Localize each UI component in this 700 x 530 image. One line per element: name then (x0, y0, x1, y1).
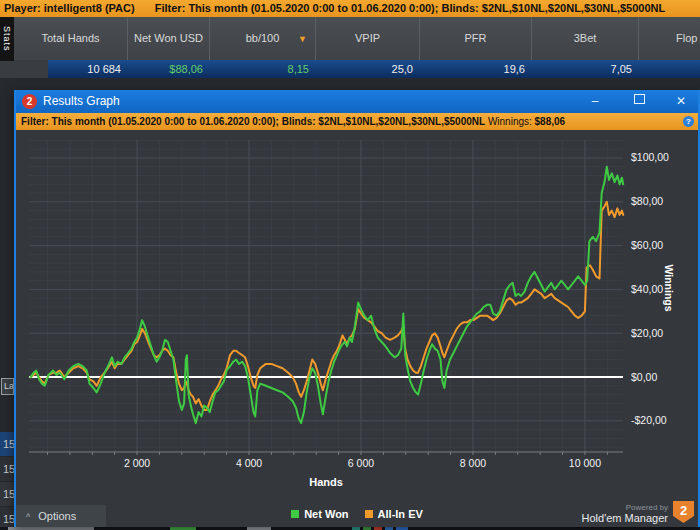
svg-text:10 000: 10 000 (569, 457, 601, 469)
stats-column-headers: Total HandsNet Won USDbb/100▼VPIPPFR3Bet… (0, 17, 700, 60)
svg-text:2 000: 2 000 (124, 457, 150, 469)
svg-text:$0,00: $0,00 (631, 371, 657, 383)
player-filter-bar: Player: intelligent8 (PAC) Filter: This … (0, 0, 700, 17)
column-header-3bet[interactable]: 3Bet (532, 17, 639, 60)
options-label: Options (38, 510, 76, 522)
stat-value: 7,05 (532, 60, 639, 78)
stats-values-row[interactable]: 10 684$88,068,1525,019,67,05 (0, 60, 700, 78)
column-header-vpip[interactable]: VPIP (316, 17, 420, 60)
svg-text:4 000: 4 000 (236, 457, 262, 469)
svg-text:-$20,00: -$20,00 (631, 414, 667, 426)
last-column-header-clipped: Las (1, 378, 14, 395)
svg-text:6 000: 6 000 (348, 457, 374, 469)
maximize-icon (634, 94, 645, 104)
column-header-net-won-usd[interactable]: Net Won USD (128, 17, 210, 60)
stat-value: 25,0 (316, 60, 420, 78)
svg-text:8 000: 8 000 (460, 457, 486, 469)
legend-swatch (365, 510, 373, 518)
filter-label: Filter: (155, 2, 186, 14)
graph-filter-text: This month (01.05.2020 0:00 to 01.06.202… (52, 116, 486, 127)
winnings-value: $88,06 (535, 116, 566, 127)
stat-value: 19,6 (420, 60, 532, 78)
series-net-won (31, 167, 624, 423)
column-header-total-hands[interactable]: Total Hands (14, 17, 128, 60)
column-header-bb-100[interactable]: bb/100▼ (210, 17, 316, 60)
svg-text:$100,00: $100,00 (631, 151, 669, 163)
clipped-table-row-value: 15 (0, 482, 14, 506)
svg-text:$60,00: $60,00 (631, 239, 663, 251)
close-icon: ✕ (676, 94, 686, 108)
legend-item-net-won: Net Won (291, 508, 348, 520)
player-label: Player: (4, 2, 41, 14)
stat-value: 8,15 (210, 60, 316, 78)
legend-item-all-in-ev: All-In EV (365, 508, 423, 520)
svg-text:Winnings: Winnings (663, 264, 675, 311)
svg-text:Hands: Hands (309, 476, 343, 488)
results-graph-window: 2 Results Graph – ✕ Filter: This month (… (14, 90, 700, 527)
svg-text:$80,00: $80,00 (631, 195, 663, 207)
collapse-caret-icon: ^ (26, 506, 30, 528)
winnings-label: Winnings: (488, 116, 532, 127)
sort-arrow-icon: ▼ (298, 33, 307, 46)
svg-text:$40,00: $40,00 (631, 283, 663, 295)
filter-text: This month (01.05.2020 0:00 to 01.06.202… (188, 2, 665, 14)
options-button[interactable]: ^Options (16, 505, 106, 527)
graph-filter-bar: Filter: This month (01.05.2020 0:00 to 0… (16, 113, 698, 130)
column-header-pfr[interactable]: PFR (420, 17, 532, 60)
stat-value: $88,06 (128, 60, 210, 78)
maximize-button[interactable] (624, 90, 654, 113)
player-name: intelligent8 (PAC) (44, 2, 135, 14)
screen: { "colors": { "accent_orange": "#f0a028"… (0, 0, 700, 530)
series-all-in-ev (31, 202, 624, 410)
close-button[interactable]: ✕ (666, 90, 696, 113)
help-icon[interactable]: ? (683, 116, 694, 127)
svg-text:$20,00: $20,00 (631, 327, 663, 339)
chart-canvas: $100,00$80,00$60,00$40,00$20,00$0,00-$20… (16, 130, 698, 527)
column-header-flop-cbe[interactable]: Flop CBe (639, 17, 700, 60)
window-titlebar[interactable]: 2 Results Graph – ✕ (16, 90, 698, 113)
results-chart: $100,00$80,00$60,00$40,00$20,00$0,00-$20… (16, 130, 698, 527)
legend-swatch (291, 510, 299, 518)
stat-value: 10 684 (14, 60, 128, 78)
clipped-table-row-value: 15 (0, 457, 14, 481)
minimize-button[interactable]: – (580, 90, 610, 113)
clipped-table-row-value: 15 (0, 432, 14, 456)
graph-filter-label: Filter: (21, 116, 49, 127)
stats-tab[interactable]: Stats (0, 17, 14, 61)
powered-by: Powered by Hold'em Manager (582, 502, 668, 524)
hm2-app-icon: 2 (22, 94, 37, 109)
window-title: Results Graph (43, 90, 120, 113)
